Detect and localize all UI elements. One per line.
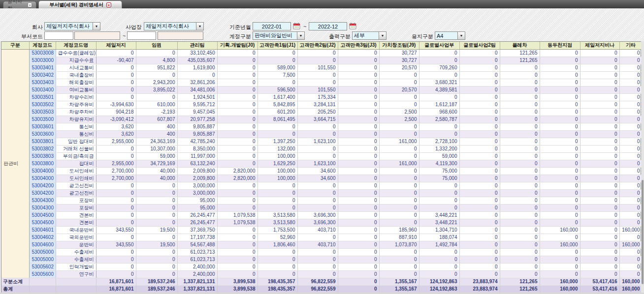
amount-cell: 0 bbox=[540, 71, 580, 79]
tab-expense-report[interactable]: 부서별(세목) 경비명세서 × bbox=[38, 0, 122, 8]
amount-cell: 0 bbox=[258, 57, 297, 64]
amount-cell: 26,245,477 bbox=[177, 219, 217, 226]
table-row[interactable]: 53005000수출제비0061,023,71300000000000 bbox=[1, 248, 642, 256]
amount-cell: 0 bbox=[500, 226, 540, 234]
scrollbar-thumb[interactable] bbox=[642, 180, 644, 284]
table-row[interactable]: 53003803부의금/축의금059,00011,997,0000100,000… bbox=[1, 152, 642, 160]
table-row[interactable]: 판관비53003008급수수료(클레임)0033,102,450000030,7… bbox=[1, 49, 642, 57]
column-header[interactable]: 플레차 bbox=[500, 42, 540, 49]
paper-type-select[interactable]: A4 ▼ bbox=[435, 31, 465, 40]
calendar-icon[interactable] bbox=[349, 23, 356, 29]
amount-cell: 0 bbox=[500, 175, 540, 182]
table-row[interactable]: 53003501차량수리비001,924,50101,617,400175,33… bbox=[1, 93, 642, 101]
table-row[interactable]: 53003401시내교통비0951,8221,619,8000589,00010… bbox=[1, 64, 642, 71]
chevron-down-icon[interactable]: ▼ bbox=[379, 32, 386, 39]
calendar-icon[interactable] bbox=[293, 23, 300, 29]
dept-from-name-field[interactable] bbox=[74, 31, 120, 40]
dept-to-code-input[interactable] bbox=[127, 31, 156, 40]
table-row[interactable]: 53003403해외출장비02,943,20032,861,206000003,… bbox=[1, 79, 642, 86]
column-header[interactable]: 글로벌사업부 bbox=[419, 42, 459, 49]
table-row[interactable]: 53003500차량유지비-3,090,412607,80720,977,258… bbox=[1, 116, 642, 123]
amount-cell: 0 bbox=[459, 160, 500, 167]
tab-notice[interactable]: 공지사항 × bbox=[3, 1, 36, 8]
column-header[interactable]: 임원 bbox=[136, 42, 177, 49]
amount-cell: 0 bbox=[619, 204, 642, 211]
amount-cell: 0 bbox=[619, 197, 642, 204]
table-row[interactable]: 53003802거래처 선물비010,307,0008,350,0000132,… bbox=[1, 145, 642, 152]
account-type-select[interactable]: 판매비와일반비 ▼ bbox=[253, 31, 305, 40]
dept-to-name-field[interactable] bbox=[158, 31, 203, 40]
table-row[interactable]: 53004601국내운반비343,55019,50037,369,75001,7… bbox=[1, 226, 642, 234]
table-row[interactable]: 53003502차량주유비-3,994,630610,0009,595,7120… bbox=[1, 101, 642, 108]
amount-cell: 0 bbox=[540, 175, 580, 182]
amount-cell: 2,728,100 bbox=[419, 138, 459, 145]
period-from-input[interactable]: 2022-01 bbox=[253, 22, 291, 30]
amount-cell: 0 bbox=[500, 93, 540, 101]
company-select[interactable]: 제일저지주식회사 ▼ bbox=[44, 22, 100, 30]
amount-cell: 0 bbox=[459, 241, 500, 248]
table-row[interactable]: 53004600운반비343,55019,50054,567,48801,806… bbox=[1, 241, 642, 248]
column-header[interactable]: 제일저지 bbox=[96, 42, 136, 49]
site-select[interactable]: 제일저지주식회사 ▼ bbox=[144, 22, 204, 30]
amount-cell: 0 bbox=[540, 197, 580, 204]
column-header[interactable]: 관리팀 bbox=[177, 42, 217, 49]
table-row[interactable]: 53004500견본비0026,245,4771,079,5383,513,58… bbox=[1, 219, 642, 226]
dept-from-code-input[interactable] bbox=[44, 31, 73, 40]
amount-cell: 0 bbox=[580, 108, 619, 116]
amount-cell: 0 bbox=[580, 182, 619, 189]
amount-cell: 0 bbox=[136, 211, 177, 219]
chevron-down-icon[interactable]: ▼ bbox=[196, 23, 203, 30]
amount-cell: 23,883,974 bbox=[459, 278, 500, 285]
column-header[interactable]: 기획.개발팀(J0) bbox=[217, 42, 258, 49]
table-row[interactable]: 53005600연구비002,400,00000000000000 bbox=[1, 270, 642, 278]
column-header[interactable]: 고객만족1팀(J1) bbox=[258, 42, 297, 49]
column-header[interactable]: 구분 bbox=[1, 42, 29, 49]
table-row[interactable]: 53004200광고선전비003,000,00000000000000 bbox=[1, 182, 642, 189]
column-header[interactable]: 고객만족2팀(J2) bbox=[297, 42, 338, 49]
amount-cell: 0 bbox=[96, 93, 136, 101]
amount-cell: 3,899,538 bbox=[217, 278, 258, 285]
table-row[interactable]: 53003801일반 접대비2,955,00024,363,16942,785,… bbox=[1, 138, 642, 145]
table-row[interactable]: 53004200광고선전비003,000,00000000000000 bbox=[1, 189, 642, 197]
chevron-down-icon[interactable]: ▼ bbox=[93, 23, 100, 30]
table-row[interactable]: 53004000도서인쇄비2,700,00040,0002,009,8002,8… bbox=[1, 175, 642, 182]
amount-cell: 0 bbox=[379, 248, 419, 256]
period-to-input[interactable]: 2022-12 bbox=[309, 22, 347, 30]
table-row[interactable]: 53003503차량주차비904,218-2,1939,457,0450601,… bbox=[1, 108, 642, 116]
column-header[interactable]: 동두천지점 bbox=[540, 42, 580, 49]
amount-cell: 0 bbox=[96, 71, 136, 79]
chevron-down-icon[interactable]: ▼ bbox=[457, 32, 465, 39]
table-row[interactable]: 53005602인력개발비002,400,00000000000000 bbox=[1, 263, 642, 270]
column-header[interactable]: 계정코드명 bbox=[56, 42, 96, 49]
vertical-scrollbar[interactable] bbox=[641, 41, 644, 293]
table-row[interactable]: 53003601통신비3,6204009,805,88700000000000 bbox=[1, 123, 642, 130]
table-row[interactable]: 53004000도서인쇄비2,700,00040,0002,009,8002,8… bbox=[1, 167, 642, 175]
chevron-down-icon[interactable]: ▼ bbox=[297, 32, 304, 39]
account-name-cell: 광고선전비 bbox=[56, 189, 96, 197]
column-header[interactable]: 가치창조팀(J9) bbox=[379, 42, 419, 49]
output-type-select[interactable]: 세부 ▼ bbox=[352, 31, 386, 40]
tab-close-icon[interactable]: × bbox=[106, 2, 111, 7]
table-row[interactable]: 53003000지급수수료-90,4074,800435,035,6070000… bbox=[1, 57, 642, 64]
column-header[interactable]: 제일저지비나 bbox=[580, 42, 619, 49]
amount-cell: 0 bbox=[217, 49, 258, 57]
column-header[interactable]: 계정코드 bbox=[29, 42, 56, 49]
table-row[interactable]: 53003402국내출장비00007,500000000000 bbox=[1, 71, 642, 79]
table-row[interactable]: 53003400여비교통비03,895,02234,481,0060596,50… bbox=[1, 86, 642, 93]
column-header[interactable]: 고객만족3팀(J3) bbox=[338, 42, 379, 49]
column-header[interactable]: 기타 bbox=[619, 42, 642, 49]
table-row[interactable]: 53004602국외운반비0017,197,738052,96000887,91… bbox=[1, 234, 642, 241]
column-header[interactable]: 글로벌사업2팀 bbox=[459, 42, 500, 49]
table-row[interactable]: 53004300포장비0095,00000000000000 bbox=[1, 197, 642, 204]
amount-cell: 40,000 bbox=[136, 175, 177, 182]
tab-close-icon[interactable]: × bbox=[28, 2, 32, 7]
table-row[interactable]: 53003600통신비3,6204009,805,88700000000000 bbox=[1, 130, 642, 138]
table-row[interactable]: 53003800접대비2,955,00034,729,16963,132,240… bbox=[1, 160, 642, 167]
table-row[interactable]: 53005000수출제비0061,023,71300000000000 bbox=[1, 256, 642, 263]
table-row[interactable]: 53004300포장비0095,00000000000000 bbox=[1, 204, 642, 211]
amount-cell: 0 bbox=[379, 93, 419, 101]
amount-cell: 0 bbox=[96, 79, 136, 86]
amount-cell: 0 bbox=[96, 211, 136, 219]
table-row[interactable]: 53004500견본비0026,245,4771,079,5383,513,58… bbox=[1, 211, 642, 219]
amount-cell: 0 bbox=[217, 57, 258, 64]
